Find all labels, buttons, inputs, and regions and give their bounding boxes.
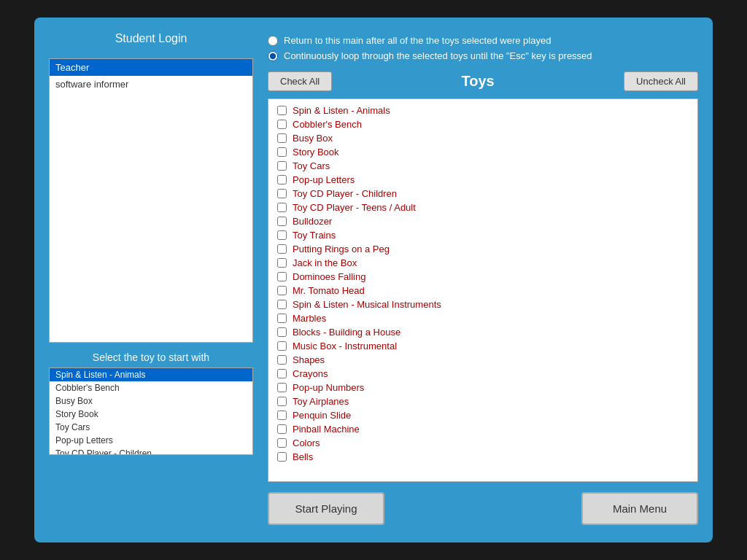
toy-item[interactable]: Busy Box [268,131,697,145]
toy-start-label: Select the toy to start with [49,351,253,363]
radio-row: Continuously loop through the selected t… [268,50,698,61]
toy-checkbox[interactable] [277,411,287,420]
toy-checkbox[interactable] [277,106,287,115]
toy-item-label: Crayons [293,368,328,379]
toy-item-label: Spin & Listen - Animals [293,105,390,116]
toy-item[interactable]: Music Box - Instrumental [268,339,697,353]
bottom-buttons: Start Playing Main Menu [268,489,698,528]
toy-item-label: Colors [293,438,320,448]
toy-checkbox[interactable] [277,120,287,129]
toy-item-label: Spin & Listen - Musical Instruments [293,299,441,310]
toy-item[interactable]: Jack in the Box [268,256,697,270]
toy-item[interactable]: Story Book [268,145,697,159]
toy-item[interactable]: Crayons [268,367,697,381]
toy-item[interactable]: Pop-up Numbers [268,381,697,394]
toy-item-label: Putting Rings on a Peg [293,244,390,254]
toy-checkbox[interactable] [277,327,287,337]
toy-checkbox[interactable] [277,230,287,240]
login-title: Student Login [49,32,253,45]
toy-item[interactable]: Bells [268,450,697,464]
toy-checkbox[interactable] [277,341,287,351]
user-list[interactable]: Teachersoftware informer [49,58,253,343]
toy-checkbox[interactable] [277,217,287,226]
toys-header-row: Check All Toys Uncheck All [268,71,698,91]
toy-item-label: Marbles [293,313,326,324]
left-panel: Student Login Teachersoftware informer S… [49,32,253,528]
toy-start-section: Select the toy to start with Spin & List… [49,351,253,455]
toy-item-label: Dominoes Falling [293,271,365,282]
toy-checkbox[interactable] [277,397,287,406]
toy-checkbox[interactable] [277,424,287,434]
toy-item-label: Blocks - Building a House [293,327,400,338]
toy-checkbox[interactable] [277,175,287,184]
toy-item[interactable]: Putting Rings on a Peg [268,242,697,256]
toy-checkbox[interactable] [277,161,287,171]
toy-item[interactable]: Pop-up Letters [268,173,697,187]
toy-item-label: Jack in the Box [293,257,357,268]
toy-item-label: Toy CD Player - Teens / Adult [293,202,416,213]
toy-start-item[interactable]: Story Book [50,408,252,421]
toy-start-item[interactable]: Toy Cars [50,421,252,434]
radio-label: Return to this main after all of the the… [284,35,551,46]
user-list-item[interactable]: Teacher [50,59,252,76]
toy-checkbox[interactable] [277,314,287,323]
toy-start-item[interactable]: Busy Box [50,394,252,408]
toy-checkbox[interactable] [277,133,287,143]
toy-start-list[interactable]: Spin & Listen - AnimalsCobbler's BenchBu… [49,368,253,455]
uncheck-all-button[interactable]: Uncheck All [624,71,698,91]
toy-start-item[interactable]: Pop-up Letters [50,434,252,447]
toy-checkbox[interactable] [277,147,287,157]
toy-checkbox[interactable] [277,452,287,462]
main-menu-button[interactable]: Main Menu [581,492,698,525]
toy-checkbox[interactable] [277,383,287,392]
toy-checkbox[interactable] [277,369,287,378]
radio-input[interactable] [268,51,278,61]
toy-item[interactable]: Shapes [268,353,697,367]
toy-checkbox[interactable] [277,286,287,295]
toys-title: Toys [338,73,618,90]
toy-item-label: Toy Trains [293,230,336,241]
toy-item-label: Cobbler's Bench [293,119,362,130]
toy-checkbox[interactable] [277,244,287,254]
check-all-button[interactable]: Check All [268,71,332,91]
toy-checkbox[interactable] [277,300,287,309]
toy-item[interactable]: Cobbler's Bench [268,117,697,131]
toy-item[interactable]: Blocks - Building a House [268,325,697,339]
toy-item[interactable]: Toy CD Player - Children [268,187,697,201]
toy-item[interactable]: Colors [268,436,697,450]
toy-start-item[interactable]: Spin & Listen - Animals [50,368,252,381]
toy-item[interactable]: Dominoes Falling [268,270,697,284]
toy-item[interactable]: Toy Airplanes [268,394,697,408]
start-playing-button[interactable]: Start Playing [268,492,384,525]
toy-checkbox[interactable] [277,203,287,212]
toy-item[interactable]: Spin & Listen - Animals [268,104,697,117]
toy-checkbox[interactable] [277,258,287,268]
toy-item-label: Story Book [293,147,339,158]
toy-item-label: Bells [293,451,313,462]
toy-item-label: Penquin Slide [293,410,351,421]
radio-row: Return to this main after all of the the… [268,35,698,46]
toy-item[interactable]: Toy Trains [268,228,697,242]
toy-checkbox[interactable] [277,272,287,281]
radio-input[interactable] [268,36,278,46]
toy-item-label: Music Box - Instrumental [293,341,397,351]
toy-item[interactable]: Pinball Machine [268,422,697,436]
toy-start-item[interactable]: Toy CD Player - Children [50,447,252,455]
toy-start-item[interactable]: Cobbler's Bench [50,381,252,394]
toy-item-label: Pop-up Letters [293,174,355,185]
toy-item[interactable]: Bulldozer [268,214,697,228]
radio-label: Continuously loop through the selected t… [284,50,592,61]
toy-item[interactable]: Marbles [268,311,697,325]
toy-item[interactable]: Toy CD Player - Teens / Adult [268,201,697,214]
toy-item-label: Shapes [293,354,325,365]
toy-item[interactable]: Toy Cars [268,159,697,173]
toy-checkbox[interactable] [277,438,287,448]
toy-item[interactable]: Mr. Tomato Head [268,284,697,298]
toy-item-label: Busy Box [293,133,333,144]
toy-item[interactable]: Spin & Listen - Musical Instruments [268,298,697,311]
user-list-item[interactable]: software informer [50,76,252,93]
toy-item-label: Mr. Tomato Head [293,285,365,296]
toy-checkbox[interactable] [277,355,287,365]
toy-item[interactable]: Penquin Slide [268,408,697,422]
toy-checkbox[interactable] [277,189,287,198]
